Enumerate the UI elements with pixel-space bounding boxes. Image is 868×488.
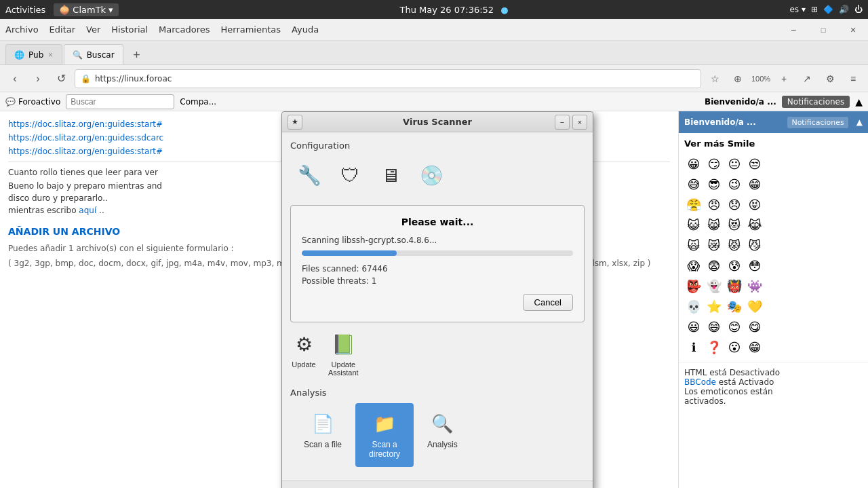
cancel-button[interactable]: Cancel (523, 294, 573, 311)
smiley-2[interactable]: 😏 (705, 154, 724, 173)
bookmark-foroactivo[interactable]: 💬 Foroactivo (5, 97, 60, 107)
smiley-23[interactable]: 😰 (725, 256, 744, 275)
smilies-title: Ver más Smile (684, 138, 863, 149)
scan-dir-label: Scan adirectory (369, 440, 400, 459)
smiley-22[interactable]: 😨 (705, 256, 724, 275)
reload-btn[interactable]: ↺ (52, 69, 71, 88)
smiley-36[interactable]: 😋 (745, 317, 764, 336)
smiley-39[interactable]: 😮 (725, 337, 744, 356)
smiley-31[interactable]: 🎭 (725, 297, 744, 316)
back-btn[interactable]: ‹ (5, 69, 24, 88)
smiley-3[interactable]: 😐 (725, 154, 744, 173)
tab-buscar[interactable]: 🔍 Buscar (64, 44, 123, 64)
smiley-21[interactable]: 😱 (684, 256, 703, 275)
settings-btn[interactable]: ⚙ (821, 69, 840, 88)
smiley-1[interactable]: 😀 (684, 154, 703, 173)
config-btn-1[interactable]: 🔧 (296, 162, 323, 189)
smiley-11[interactable]: 😞 (725, 195, 744, 214)
more-btn[interactable]: ≡ (844, 69, 863, 88)
smiley-40[interactable]: 😁 (745, 337, 764, 356)
smiley-24[interactable]: 😳 (745, 256, 764, 275)
expand-icon[interactable]: ▲ (855, 96, 863, 107)
new-tab-btn[interactable]: + (127, 45, 146, 64)
smiley-12[interactable]: 😝 (745, 195, 764, 214)
smiley-34[interactable]: 😄 (705, 317, 724, 336)
activities-button[interactable]: Activities (5, 5, 45, 15)
scan-file-button[interactable]: 📄 Scan a file (290, 403, 355, 467)
smiley-5[interactable]: 😅 (684, 174, 703, 193)
browser-maximize-btn[interactable]: □ (814, 20, 833, 39)
smiley-32[interactable]: 💛 (745, 297, 764, 316)
smiley-33[interactable]: 😃 (684, 317, 703, 336)
smiley-35[interactable]: 😊 (725, 317, 744, 336)
extensions-btn[interactable]: ⊕ (728, 69, 747, 88)
analysis-button[interactable]: 🔍 Analysis (414, 403, 471, 467)
smiley-26[interactable]: 👻 (705, 276, 724, 295)
config-btn-3[interactable]: 🖥 (377, 162, 404, 189)
menu-archivo[interactable]: Archivo (5, 24, 39, 35)
smiley-16[interactable]: 😹 (745, 215, 764, 234)
scanner-body: Configuration 🔧 🛡 🖥 💿 (282, 132, 593, 481)
notificaciones-sidebar-btn[interactable]: Notificaciones (787, 117, 848, 128)
smiley-29[interactable]: 💀 (684, 297, 703, 316)
smiley-19[interactable]: 😾 (725, 236, 744, 255)
smiley-7[interactable]: 😉 (725, 174, 744, 193)
smiley-30[interactable]: ⭐ (705, 297, 724, 316)
system-bar-left: Activities 🧅 ClamTk ▾ (5, 3, 119, 16)
scanner-close-btn[interactable]: × (572, 115, 587, 130)
pin-button[interactable]: ★ (288, 115, 302, 130)
config-btn-4[interactable]: 💿 (418, 162, 445, 189)
bbcode-link[interactable]: BBCode (684, 377, 716, 387)
tab-pub-close[interactable]: × (47, 51, 53, 58)
bookmark-btn[interactable]: ☆ (705, 69, 724, 88)
search-input[interactable] (66, 94, 174, 109)
smiley-14[interactable]: 😸 (705, 215, 724, 234)
smiley-27[interactable]: 👹 (725, 276, 744, 295)
compara-btn[interactable]: Compa... (180, 97, 216, 107)
lang-selector[interactable]: es ▾ (789, 5, 806, 14)
smiley-17[interactable]: 🙀 (684, 236, 703, 255)
smiley-38[interactable]: ❓ (705, 337, 724, 356)
smiley-8[interactable]: 😁 (745, 174, 764, 193)
scan-directory-button[interactable]: 📁 Scan adirectory (355, 403, 414, 467)
smiley-28[interactable]: 👾 (745, 276, 764, 295)
menu-ver[interactable]: Ver (86, 24, 100, 35)
browser-close-btn[interactable]: × (844, 20, 863, 39)
smiley-13[interactable]: 😺 (684, 215, 703, 234)
smiley-4[interactable]: 😒 (745, 154, 764, 173)
smiley-20[interactable]: 😼 (745, 236, 764, 255)
notificaciones-btn[interactable]: Notificaciones (782, 96, 850, 108)
menu-historial[interactable]: Historial (111, 24, 148, 35)
system-datetime: Thu May 26 07:36:52 ● (119, 5, 790, 15)
power-icon: ⏻ (854, 5, 863, 14)
url-bar[interactable]: 🔒 https://linux.foroac (75, 69, 701, 88)
smiley-18[interactable]: 😿 (705, 236, 724, 255)
smiley-10[interactable]: 😠 (705, 195, 724, 214)
smiley-25[interactable]: 👺 (684, 276, 703, 295)
forward-btn[interactable]: › (28, 69, 47, 88)
update-button[interactable]: ⚙ Update (290, 331, 317, 377)
scanner-minimize-btn[interactable]: − (555, 115, 570, 130)
clamtk-button[interactable]: 🧅 ClamTk ▾ (54, 3, 118, 16)
smiley-15[interactable]: 😻 (725, 215, 744, 234)
zoom-100[interactable]: 100% (751, 69, 770, 88)
bienvenido-label: Bienvenido/a ... (705, 97, 776, 107)
foroactivo-label: Foroactivo (18, 97, 60, 107)
config-btn-2[interactable]: 🛡 (336, 162, 363, 189)
smiley-37[interactable]: ℹ (684, 337, 703, 356)
zoom-in-btn[interactable]: + (774, 69, 793, 88)
tab-pub[interactable]: 🌐 Pub × (5, 44, 62, 64)
scan-file-icon: 📄 (311, 411, 335, 436)
cancel-row: Cancel (302, 294, 573, 311)
menu-herramientas[interactable]: Herramientas (221, 24, 281, 35)
menu-editar[interactable]: Editar (50, 24, 76, 35)
update-assistant-button[interactable]: 📗 UpdateAssistant (328, 331, 359, 377)
open-btn[interactable]: ↗ (797, 69, 816, 88)
aqui-link[interactable]: aquí (79, 206, 96, 215)
smiley-9[interactable]: 😤 (684, 195, 703, 214)
smilies-section: Ver más Smile 😀 😏 😐 😒 😅 😎 😉 😁 😤 😠 😞 😝 😺 (679, 133, 868, 362)
browser-minimize-btn[interactable]: − (784, 20, 803, 39)
menu-marcadores[interactable]: Marcadores (159, 24, 210, 35)
menu-ayuda[interactable]: Ayuda (292, 24, 319, 35)
smiley-6[interactable]: 😎 (705, 174, 724, 193)
